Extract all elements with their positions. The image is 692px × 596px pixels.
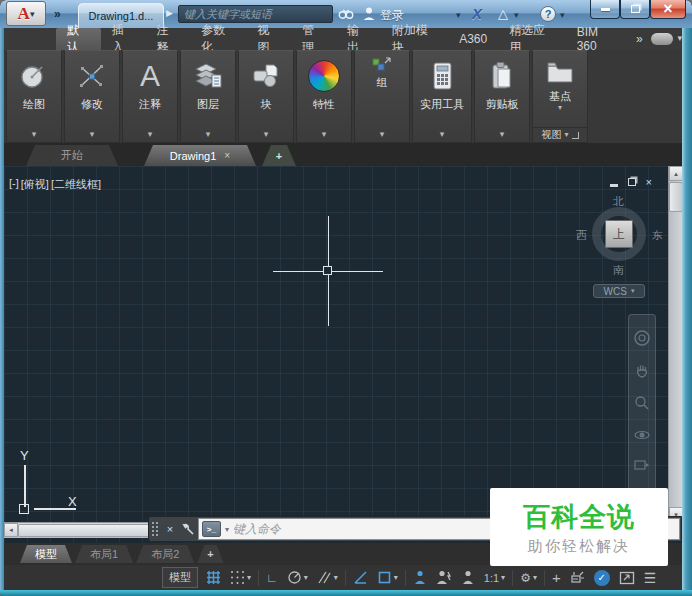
file-tab-start[interactable]: 开始 bbox=[26, 145, 118, 166]
quick-access-overflow-button[interactable]: » bbox=[54, 7, 60, 21]
restore-button[interactable] bbox=[620, 0, 650, 19]
ribbon-tab-a360[interactable]: A360 bbox=[448, 28, 498, 50]
tab-layout1[interactable]: 布局1 bbox=[75, 545, 133, 563]
vertical-scroll-thumb[interactable] bbox=[669, 182, 682, 212]
ribbon-tab-overflow-button[interactable]: » bbox=[630, 28, 649, 50]
ribbon-tab-output[interactable]: 输出 bbox=[336, 28, 381, 50]
clean-screen-icon bbox=[619, 571, 635, 585]
customization-menu-button[interactable]: ☰ bbox=[640, 567, 661, 588]
viewcube-west-label[interactable]: 西 bbox=[576, 228, 587, 243]
ribbon-minimize-button[interactable] bbox=[651, 33, 674, 45]
navigation-wheel-icon[interactable] bbox=[633, 329, 651, 347]
viewcube[interactable]: 北 上 西 东 南 WCS ▾ bbox=[576, 194, 664, 302]
annotation-monitor-toggle[interactable]: + bbox=[548, 567, 565, 588]
minimize-icon[interactable] bbox=[610, 184, 618, 187]
chevron-down-icon[interactable]: ▾ bbox=[533, 573, 537, 582]
isometric-drafting-toggle[interactable]: ▾ bbox=[313, 567, 342, 588]
zoom-icon[interactable] bbox=[634, 395, 650, 411]
object-snap-tracking-toggle[interactable] bbox=[349, 567, 372, 588]
ribbon-tab-bim360[interactable]: BIM 360 bbox=[566, 28, 630, 50]
scroll-left-button[interactable]: ◂ bbox=[4, 523, 18, 537]
workspace-switching-button[interactable]: ⚙ ▾ bbox=[516, 567, 541, 588]
view-panel-caption[interactable]: 视图 ▾ bbox=[533, 127, 587, 142]
orbit-icon[interactable] bbox=[634, 427, 650, 443]
visual-style-control[interactable]: [二维线框] bbox=[51, 177, 101, 192]
viewcube-top-face[interactable]: 上 bbox=[605, 220, 633, 248]
scroll-up-button[interactable]: ▴ bbox=[669, 166, 682, 181]
restore-icon[interactable] bbox=[628, 178, 636, 186]
ortho-mode-toggle[interactable]: ∟ bbox=[262, 567, 282, 588]
annotation-scale-icon-button[interactable] bbox=[457, 567, 479, 588]
viewcube-east-label[interactable]: 东 bbox=[652, 228, 663, 243]
command-line-grip[interactable] bbox=[151, 521, 159, 537]
model-space-button[interactable]: 模型 bbox=[162, 567, 198, 588]
help-dropdown-icon[interactable]: ▾ bbox=[560, 10, 565, 20]
ribbon-panel-modify[interactable]: 修改 ▾ bbox=[64, 50, 120, 143]
chevron-down-icon[interactable]: ▾ bbox=[247, 573, 251, 582]
help-icon[interactable]: ? bbox=[540, 6, 556, 22]
new-drawing-tab-button[interactable]: + bbox=[262, 145, 296, 166]
wrench-icon[interactable] bbox=[179, 517, 197, 541]
chevron-down-icon[interactable]: ▾ bbox=[304, 573, 308, 582]
ribbon-tab-featured-apps[interactable]: 精选应用 bbox=[498, 28, 566, 50]
chevron-down-icon[interactable]: ▾ bbox=[334, 573, 338, 582]
ribbon-tab-insert[interactable]: 插入 bbox=[101, 28, 146, 50]
exchange-apps-icon[interactable]: X bbox=[472, 5, 482, 22]
ribbon-panel-layers[interactable]: 图层 ▾ bbox=[180, 50, 236, 143]
application-menu-button[interactable]: A ▾ bbox=[6, 1, 46, 26]
chevron-down-icon: ▾ bbox=[30, 9, 35, 19]
a360-dropdown-icon[interactable]: ▾ bbox=[514, 10, 519, 20]
snap-mode-toggle[interactable]: ▾ bbox=[226, 567, 255, 588]
pan-hand-icon[interactable] bbox=[634, 363, 650, 379]
close-tab-icon[interactable]: × bbox=[224, 150, 230, 161]
close-icon[interactable]: × bbox=[161, 517, 179, 541]
close-icon: × bbox=[663, 0, 672, 18]
ribbon-tab-view[interactable]: 视图 bbox=[246, 28, 291, 50]
close-icon[interactable]: × bbox=[646, 176, 652, 188]
minimize-button[interactable] bbox=[590, 0, 620, 19]
annotation-visibility-toggle[interactable] bbox=[409, 567, 431, 588]
chevron-down-icon[interactable]: ▾ bbox=[394, 573, 398, 582]
ribbon-tab-manage[interactable]: 管理 bbox=[291, 28, 336, 50]
file-tab-drawing1[interactable]: Drawing1 × bbox=[144, 145, 256, 166]
chevron-down-icon[interactable]: ▾ bbox=[501, 573, 505, 582]
wcs-dropdown[interactable]: WCS ▾ bbox=[593, 284, 645, 298]
new-layout-button[interactable]: + bbox=[197, 545, 223, 563]
viewport-menu-control[interactable]: [-] bbox=[9, 177, 19, 192]
close-button[interactable]: × bbox=[650, 0, 686, 19]
ribbon-panel-view[interactable]: 基点 ▾ 视图 ▾ bbox=[532, 50, 588, 143]
ribbon-panel-draw[interactable]: 绘图 ▾ bbox=[6, 50, 62, 143]
viewcube-south-label[interactable]: 南 bbox=[613, 263, 624, 278]
annotation-scale-value[interactable]: 1:1 ▾ bbox=[480, 567, 509, 588]
ribbon-panel-utilities[interactable]: 实用工具 ▾ bbox=[412, 50, 472, 143]
show-motion-icon[interactable] bbox=[634, 459, 650, 471]
chevron-down-icon[interactable]: ▾ bbox=[225, 525, 229, 534]
ribbon-tab-annotate[interactable]: 注释 bbox=[146, 28, 191, 50]
ribbon-panel-properties[interactable]: 特性 ▾ bbox=[296, 50, 352, 143]
ribbon-tab-home[interactable]: 默认 bbox=[56, 28, 101, 50]
sign-in-dropdown-icon[interactable]: ▾ bbox=[456, 10, 461, 20]
vertical-scrollbar[interactable]: ▴ ▾ bbox=[668, 166, 682, 522]
units-isolate-button[interactable] bbox=[566, 567, 589, 588]
drawing-viewport[interactable]: [-] [俯视] [二维线框] × 北 上 西 东 南 WCS ▾ bbox=[4, 166, 682, 543]
command-prompt-icon[interactable]: >_ bbox=[202, 521, 221, 537]
a360-icon[interactable]: △ bbox=[498, 6, 508, 21]
ribbon-tab-parametric[interactable]: 参数化 bbox=[190, 28, 246, 50]
ribbon-panel-block[interactable]: 块 ▾ bbox=[238, 50, 294, 143]
chevron-down-icon[interactable]: ▾ bbox=[558, 104, 562, 112]
tab-layout2[interactable]: 布局2 bbox=[136, 545, 194, 563]
view-control[interactable]: [俯视] bbox=[21, 177, 49, 192]
ribbon-tab-addins[interactable]: 附加模块 bbox=[381, 28, 449, 50]
dialog-launcher-icon[interactable] bbox=[572, 132, 579, 139]
grid-display-toggle[interactable] bbox=[202, 567, 225, 588]
clean-screen-toggle[interactable] bbox=[615, 567, 639, 588]
ribbon-panel-groups[interactable]: 组 ▾ bbox=[354, 50, 410, 143]
search-input[interactable] bbox=[178, 5, 333, 23]
tab-model[interactable]: 模型 bbox=[20, 545, 72, 563]
annotation-autoscale-toggle[interactable] bbox=[432, 567, 456, 588]
graphics-performance-toggle[interactable]: ✓ bbox=[590, 567, 614, 588]
object-snap-toggle[interactable]: ▾ bbox=[373, 567, 402, 588]
ribbon-panel-annotate[interactable]: A 注释 ▾ bbox=[122, 50, 178, 143]
ribbon-panel-clipboard[interactable]: 剪贴板 ▾ bbox=[474, 50, 530, 143]
polar-tracking-toggle[interactable]: ▾ bbox=[283, 567, 312, 588]
